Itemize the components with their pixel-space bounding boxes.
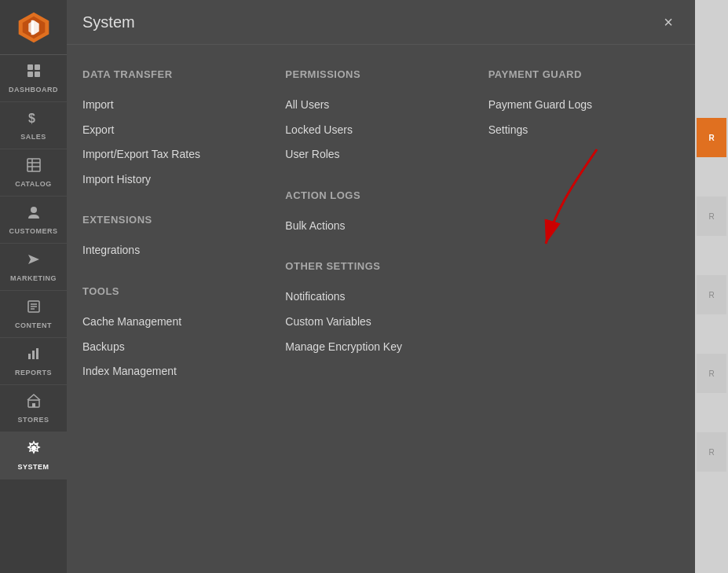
customers-icon bbox=[26, 204, 42, 224]
sidebar-item-label-dashboard: DASHBOARD bbox=[9, 86, 58, 94]
menu-item-settings[interactable]: Settings bbox=[488, 118, 668, 143]
sidebar-item-label-reports: REPORTS bbox=[15, 369, 52, 376]
section-permissions: Permissions All Users Locked Users User … bbox=[285, 68, 464, 167]
menu-item-import-history[interactable]: Import History bbox=[82, 167, 262, 193]
modal-body: Data Transfer Import Export Import/Expor… bbox=[67, 45, 695, 573]
svg-marker-15 bbox=[28, 255, 39, 264]
menu-item-locked-users[interactable]: Locked Users bbox=[285, 118, 464, 143]
menu-item-backups[interactable]: Backups bbox=[82, 335, 262, 360]
menu-item-bulk-actions[interactable]: Bulk Actions bbox=[285, 214, 464, 239]
sidebar-item-label-system: SYSTEM bbox=[17, 463, 49, 471]
sidebar-item-reports[interactable]: REPORTS bbox=[0, 338, 67, 385]
section-title-payment-guard: Payment Guard bbox=[488, 68, 668, 80]
svg-point-14 bbox=[31, 207, 37, 213]
sidebar-item-sales[interactable]: $SALES bbox=[0, 102, 67, 149]
svg-rect-8 bbox=[35, 72, 40, 77]
svg-rect-20 bbox=[28, 354, 31, 359]
logo-container bbox=[0, 0, 67, 55]
system-modal: System × Data Transfer Import Export Imp… bbox=[67, 0, 695, 573]
menu-item-integrations[interactable]: Integrations bbox=[82, 238, 262, 263]
section-title-data-transfer: Data Transfer bbox=[82, 68, 262, 80]
section-title-action-logs: Action Logs bbox=[285, 189, 464, 201]
svg-rect-5 bbox=[27, 64, 33, 70]
system-icon bbox=[26, 440, 42, 460]
stores-icon bbox=[26, 393, 42, 413]
section-title-permissions: Permissions bbox=[285, 68, 464, 80]
sidebar-item-stores[interactable]: STORES bbox=[0, 385, 67, 432]
strip-label-3: R bbox=[708, 291, 714, 299]
strip-label-2: R bbox=[708, 212, 714, 221]
svg-rect-22 bbox=[36, 348, 38, 359]
menu-columns: Data Transfer Import Export Import/Expor… bbox=[82, 68, 679, 406]
modal-title: System bbox=[82, 13, 135, 31]
section-other-settings: Other Settings Notifications Custom Vari… bbox=[285, 260, 464, 359]
menu-item-export[interactable]: Export bbox=[82, 118, 262, 143]
menu-item-import[interactable]: Import bbox=[82, 93, 262, 118]
sidebar-items: DASHBOARD$SALESCATALOGCUSTOMERSMARKETING… bbox=[0, 55, 67, 479]
svg-rect-6 bbox=[35, 64, 40, 70]
modal-close-button[interactable]: × bbox=[657, 11, 679, 33]
menu-item-user-roles[interactable]: User Roles bbox=[285, 142, 464, 167]
section-title-tools: Tools bbox=[82, 285, 262, 297]
sidebar-item-marketing[interactable]: MARKETING bbox=[0, 244, 67, 291]
svg-rect-10 bbox=[27, 159, 40, 171]
sidebar-item-system[interactable]: SYSTEM bbox=[0, 432, 67, 479]
section-payment-guard: Payment Guard Payment Guard Logs Setting… bbox=[488, 68, 668, 142]
strip-label-1: R bbox=[708, 134, 714, 142]
sidebar-item-label-catalog: CATALOG bbox=[15, 180, 52, 188]
section-extensions: Extensions Integrations bbox=[82, 214, 262, 263]
sales-icon: $ bbox=[26, 110, 42, 130]
sidebar-item-catalog[interactable]: CATALOG bbox=[0, 149, 67, 197]
svg-rect-7 bbox=[27, 72, 33, 77]
column-permissions: Permissions All Users Locked Users User … bbox=[273, 68, 476, 406]
svg-text:$: $ bbox=[28, 112, 35, 125]
column-data-transfer: Data Transfer Import Export Import/Expor… bbox=[82, 68, 273, 406]
strip-item-5[interactable]: R bbox=[697, 432, 726, 472]
menu-item-all-users[interactable]: All Users bbox=[285, 93, 464, 118]
menu-item-cache-management[interactable]: Cache Management bbox=[82, 310, 262, 335]
sidebar-item-label-marketing: MARKETING bbox=[10, 274, 57, 282]
strip-item-2[interactable]: R bbox=[697, 197, 726, 236]
menu-item-index-management[interactable]: Index Management bbox=[82, 359, 262, 384]
strip-label-5: R bbox=[708, 448, 714, 457]
menu-item-payment-guard-logs[interactable]: Payment Guard Logs bbox=[488, 93, 668, 118]
menu-item-manage-encryption-key[interactable]: Manage Encryption Key bbox=[285, 335, 464, 360]
sidebar-item-dashboard[interactable]: DASHBOARD bbox=[0, 55, 67, 102]
strip-item-4[interactable]: R bbox=[697, 354, 726, 393]
strip-item-3[interactable]: R bbox=[697, 275, 726, 314]
sidebar-item-label-content: CONTENT bbox=[15, 321, 52, 329]
magento-logo-icon bbox=[17, 11, 50, 44]
svg-rect-21 bbox=[32, 351, 35, 359]
svg-point-25 bbox=[31, 446, 36, 450]
section-title-other-settings: Other Settings bbox=[285, 260, 464, 272]
modal-header: System × bbox=[67, 0, 695, 45]
section-tools: Tools Cache Management Backups Index Man… bbox=[82, 285, 262, 384]
menu-item-custom-variables[interactable]: Custom Variables bbox=[285, 310, 464, 335]
sidebar-item-customers[interactable]: CUSTOMERS bbox=[0, 197, 67, 244]
strip-label-4: R bbox=[708, 369, 714, 378]
section-title-extensions: Extensions bbox=[82, 214, 262, 226]
sidebar: DASHBOARD$SALESCATALOGCUSTOMERSMARKETING… bbox=[0, 0, 67, 573]
sidebar-item-label-sales: SALES bbox=[20, 133, 46, 141]
column-payment-guard: Payment Guard Payment Guard Logs Setting… bbox=[477, 68, 679, 406]
strip-item-1[interactable]: R bbox=[697, 118, 726, 157]
right-strip: R R R R R bbox=[695, 0, 728, 573]
content-icon bbox=[26, 299, 42, 318]
section-action-logs: Action Logs Bulk Actions bbox=[285, 189, 464, 239]
section-data-transfer: Data Transfer Import Export Import/Expor… bbox=[82, 68, 262, 192]
catalog-icon bbox=[26, 157, 42, 177]
sidebar-item-label-customers: CUSTOMERS bbox=[9, 227, 58, 235]
dashboard-icon bbox=[26, 63, 42, 83]
reports-icon bbox=[26, 346, 42, 365]
menu-item-import-export-tax[interactable]: Import/Export Tax Rates bbox=[82, 142, 262, 167]
svg-rect-24 bbox=[32, 403, 35, 407]
sidebar-item-label-stores: STORES bbox=[18, 416, 49, 424]
marketing-icon bbox=[26, 252, 42, 271]
sidebar-item-content[interactable]: CONTENT bbox=[0, 291, 67, 338]
menu-item-notifications[interactable]: Notifications bbox=[285, 285, 464, 310]
